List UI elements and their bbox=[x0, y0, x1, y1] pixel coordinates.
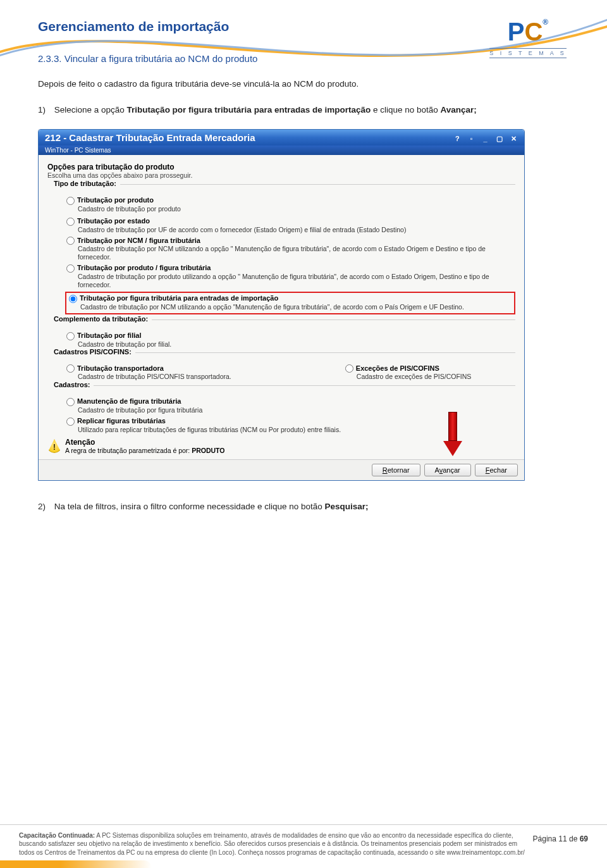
radio-por-produto[interactable]: Tributação por produto Cadastro de tribu… bbox=[66, 196, 515, 213]
warning-icon bbox=[47, 439, 61, 453]
red-arrow-indicator bbox=[443, 412, 462, 456]
footer-accent-bar bbox=[0, 860, 152, 868]
app-window: 212 - Cadastrar Tributação Entrada Merca… bbox=[38, 129, 525, 481]
radio-figura-importacao[interactable]: Tributação por figura tributária para en… bbox=[69, 294, 512, 311]
options-heading: Opções para tributação do produto bbox=[47, 163, 515, 171]
group-tipo-tributacao: Tipo de tributação: bbox=[54, 184, 515, 194]
titlebar: 212 - Cadastrar Tributação Entrada Merca… bbox=[39, 130, 524, 146]
button-row: Retornar Avançar Fechar bbox=[39, 459, 524, 480]
window-subtitle: WinThor - PC Sistemas bbox=[39, 146, 524, 155]
step-1: 1) Selecione a opção Tributação por figu… bbox=[38, 103, 569, 118]
page-number: Página 11 de 69 bbox=[533, 834, 588, 844]
avancar-button[interactable]: Avançar bbox=[424, 464, 471, 476]
radio-excecoes-pis[interactable]: Exceções de PIS/COFINS Cadastro de exceç… bbox=[345, 364, 472, 381]
close-icon[interactable]: ✕ bbox=[509, 134, 518, 143]
options-subheading: Escolha uma das opções abaixo para pross… bbox=[47, 171, 515, 179]
radio-por-produto-figura[interactable]: Tributação por produto / figura tributár… bbox=[66, 264, 515, 289]
restore-icon[interactable]: ▫ bbox=[467, 134, 475, 143]
retornar-button[interactable]: Retornar bbox=[372, 464, 420, 476]
intro-paragraph: Depois de feito o cadastro da figura tri… bbox=[38, 78, 569, 90]
group-complemento: Complemento da tributação: bbox=[54, 319, 515, 329]
group-pis-cofins: Cadastros PIS/COFINS: bbox=[54, 352, 515, 362]
pc-logo: PC® S I S T E M A S bbox=[487, 18, 569, 58]
maximize-icon[interactable]: ▢ bbox=[495, 134, 504, 143]
minimize-icon[interactable]: _ bbox=[481, 134, 490, 143]
radio-transportadora[interactable]: Tributação transportadora Cadastro de tr… bbox=[66, 364, 231, 381]
radio-por-estado[interactable]: Tributação por estado Cadastro de tribut… bbox=[66, 217, 515, 234]
fechar-button[interactable]: Fechar bbox=[475, 464, 518, 476]
help-icon[interactable]: ? bbox=[453, 134, 462, 143]
footer: Página 11 de 69 Capacitação Continuada: … bbox=[0, 824, 607, 869]
step-2: 2) Na tela de filtros, insira o filtro c… bbox=[38, 500, 569, 514]
group-cadastros: Cadastros: bbox=[54, 385, 515, 395]
radio-por-ncm-figura[interactable]: Tributação por NCM / figura tributária C… bbox=[66, 237, 515, 262]
highlighted-radio: Tributação por figura tributária para en… bbox=[65, 292, 515, 314]
radio-por-filial[interactable]: Tributação por filial Cadastro de tribut… bbox=[66, 332, 515, 349]
window-title: 212 - Cadastrar Tributação Entrada Merca… bbox=[45, 132, 255, 143]
